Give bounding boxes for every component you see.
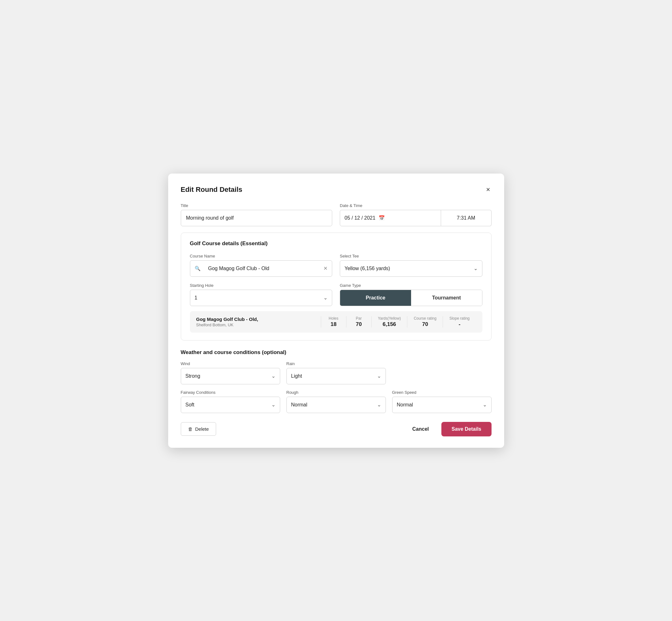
- delete-label: Delete: [195, 426, 209, 432]
- weather-section-title: Weather and course conditions (optional): [181, 349, 492, 356]
- yards-label: Yards(Yellow): [378, 316, 401, 321]
- wind-label: Wind: [181, 361, 280, 366]
- wind-dropdown[interactable]: Strong ⌄: [181, 368, 280, 384]
- game-type-label: Game Type: [340, 283, 482, 288]
- chevron-down-icon-fairway: ⌄: [271, 402, 276, 408]
- fairway-dropdown[interactable]: Soft ⌄: [181, 397, 280, 413]
- course-name-input-wrap[interactable]: 🔍 ✕: [190, 260, 333, 277]
- select-tee-label: Select Tee: [340, 254, 482, 258]
- title-datetime-row: Title Date & Time 05 / 12 / 2021 📅 7:31 …: [181, 203, 492, 226]
- rain-value: Light: [291, 373, 302, 379]
- date-input[interactable]: 05 / 12 / 2021 📅: [340, 210, 441, 226]
- rough-dropdown[interactable]: Normal ⌄: [287, 397, 386, 413]
- par-stat: Par 70: [346, 316, 371, 328]
- par-label: Par: [356, 316, 362, 321]
- holes-value: 18: [331, 321, 337, 328]
- fairway-rough-green-row: Fairway Conditions Soft ⌄ Rough Normal ⌄…: [181, 390, 492, 413]
- course-name-label: Course Name: [190, 254, 333, 258]
- footer-row: 🗑 Delete Cancel Save Details: [181, 422, 492, 437]
- holes-label: Holes: [329, 316, 339, 321]
- chevron-down-icon-hole: ⌄: [323, 295, 328, 301]
- rough-value: Normal: [291, 402, 307, 408]
- slope-rating-label: Slope rating: [449, 316, 469, 321]
- title-input[interactable]: [181, 210, 333, 226]
- wind-field: Wind Strong ⌄: [181, 361, 280, 384]
- rain-label: Rain: [287, 361, 386, 366]
- rough-field: Rough Normal ⌄: [287, 390, 386, 413]
- time-value: 7:31 AM: [457, 215, 475, 221]
- rain-dropdown[interactable]: Light ⌄: [287, 368, 386, 384]
- hole-gametype-row: Starting Hole 1 ⌄ Game Type Practice Tou…: [190, 283, 482, 306]
- yards-stat: Yards(Yellow) 6,156: [371, 316, 407, 328]
- starting-hole-value: 1: [195, 295, 198, 301]
- slope-rating-stat: Slope rating -: [443, 316, 476, 328]
- practice-toggle[interactable]: Practice: [340, 290, 411, 306]
- chevron-down-icon-green: ⌄: [483, 402, 487, 408]
- time-input[interactable]: 7:31 AM: [441, 210, 492, 226]
- fairway-label: Fairway Conditions: [181, 390, 280, 395]
- select-tee-dropdown[interactable]: Yellow (6,156 yards) ⌄: [340, 260, 482, 277]
- date-time-container: 05 / 12 / 2021 📅 7:31 AM: [340, 210, 492, 226]
- delete-button[interactable]: 🗑 Delete: [181, 422, 216, 436]
- course-rating-label: Course rating: [414, 316, 436, 321]
- trash-icon: 🗑: [188, 426, 193, 432]
- date-value: 05 / 12 / 2021: [344, 215, 375, 221]
- tournament-toggle[interactable]: Tournament: [411, 290, 482, 306]
- save-button[interactable]: Save Details: [442, 422, 491, 437]
- chevron-down-icon-rain: ⌄: [377, 373, 381, 379]
- starting-hole-label: Starting Hole: [190, 283, 333, 288]
- footer-right: Cancel Save Details: [407, 422, 492, 437]
- course-rating-stat: Course rating 70: [407, 316, 443, 328]
- course-info-name: Gog Magog Golf Club - Old, Shelford Bott…: [196, 317, 321, 327]
- modal-header: Edit Round Details ×: [181, 185, 492, 194]
- select-tee-value: Yellow (6,156 yards): [344, 266, 390, 272]
- starting-hole-group: Starting Hole 1 ⌄: [190, 283, 333, 306]
- datetime-label: Date & Time: [340, 203, 492, 208]
- rough-label: Rough: [287, 390, 386, 395]
- datetime-field-group: Date & Time 05 / 12 / 2021 📅 7:31 AM: [340, 203, 492, 226]
- course-info-name-text: Gog Magog Golf Club - Old,: [196, 317, 321, 322]
- golf-course-title: Golf Course details (Essential): [190, 241, 482, 247]
- green-speed-dropdown[interactable]: Normal ⌄: [392, 397, 492, 413]
- slope-rating-value: -: [459, 321, 461, 328]
- select-tee-group: Select Tee Yellow (6,156 yards) ⌄: [340, 254, 482, 277]
- chevron-down-icon-wind: ⌄: [271, 373, 276, 379]
- edit-round-modal: Edit Round Details × Title Date & Time 0…: [168, 173, 504, 448]
- yards-value: 6,156: [383, 321, 396, 328]
- course-tee-row: Course Name 🔍 ✕ Select Tee Yellow (6,156…: [190, 254, 482, 277]
- weather-section: Weather and course conditions (optional)…: [181, 349, 492, 413]
- calendar-icon: 📅: [379, 215, 385, 221]
- par-value: 70: [356, 321, 362, 328]
- rain-field: Rain Light ⌄: [287, 361, 386, 384]
- game-type-toggle: Practice Tournament: [340, 290, 482, 306]
- chevron-down-icon-rough: ⌄: [377, 402, 381, 408]
- clear-icon[interactable]: ✕: [323, 265, 328, 272]
- fairway-field: Fairway Conditions Soft ⌄: [181, 390, 280, 413]
- game-type-group: Game Type Practice Tournament: [340, 283, 482, 306]
- search-icon: 🔍: [195, 266, 201, 272]
- course-name-group: Course Name 🔍 ✕: [190, 254, 333, 277]
- course-rating-value: 70: [422, 321, 428, 328]
- title-field-group: Title: [181, 203, 333, 226]
- golf-course-section: Golf Course details (Essential) Course N…: [181, 233, 492, 340]
- green-speed-label: Green Speed: [392, 390, 492, 395]
- fairway-value: Soft: [185, 402, 194, 408]
- course-info-bar: Gog Magog Golf Club - Old, Shelford Bott…: [190, 311, 482, 333]
- wind-value: Strong: [185, 373, 200, 379]
- wind-rain-row: Wind Strong ⌄ Rain Light ⌄: [181, 361, 492, 384]
- starting-hole-dropdown[interactable]: 1 ⌄: [190, 290, 333, 306]
- holes-stat: Holes 18: [321, 316, 346, 328]
- modal-title: Edit Round Details: [181, 185, 243, 194]
- course-info-location: Shelford Bottom, UK: [196, 323, 321, 327]
- close-button[interactable]: ×: [485, 185, 492, 194]
- course-name-input[interactable]: [203, 261, 321, 277]
- title-label: Title: [181, 203, 333, 208]
- chevron-down-icon: ⌄: [473, 265, 478, 272]
- green-speed-value: Normal: [397, 402, 413, 408]
- green-speed-field: Green Speed Normal ⌄: [392, 390, 492, 413]
- cancel-button[interactable]: Cancel: [407, 423, 434, 435]
